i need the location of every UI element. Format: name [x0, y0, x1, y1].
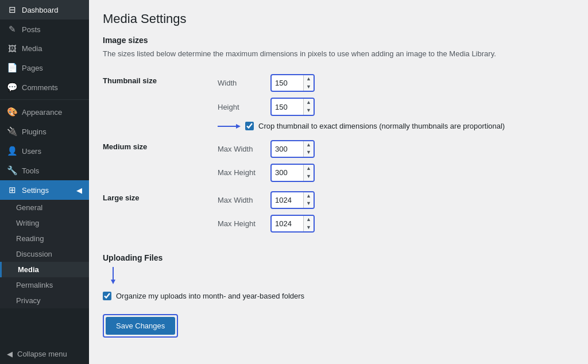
medium-width-decrement[interactable]: ▼ [304, 149, 314, 157]
down-arrow-icon [109, 267, 118, 285]
settings-submenu: General Writing Reading Discussion Media… [0, 200, 89, 308]
users-icon: 👤 [7, 146, 17, 156]
thumbnail-size-row: Thumbnail size Width ▲ ▼ [103, 69, 574, 135]
large-width-spinner: ▲ ▼ [303, 192, 314, 208]
submenu-reading[interactable]: Reading [0, 231, 89, 246]
submenu-general[interactable]: General [0, 200, 89, 215]
thumbnail-height-increment[interactable]: ▲ [304, 99, 314, 107]
organize-uploads-label: Organize my uploads into month- and year… [116, 292, 304, 300]
thumbnail-size-label: Thumbnail size [103, 69, 218, 135]
large-height-label: Max Height [218, 219, 264, 228]
medium-height-input-wrap: ▲ ▼ [270, 164, 315, 181]
large-width-input-wrap: ▲ ▼ [270, 191, 315, 209]
crop-row: Crop thumbnail to exact dimensions (norm… [218, 122, 574, 131]
crop-arrow-icon [218, 122, 241, 131]
large-height-input[interactable] [272, 217, 303, 230]
large-width-row: Max Width ▲ ▼ [218, 191, 574, 209]
sidebar-item-appearance[interactable]: 🎨 Appearance [0, 102, 89, 122]
sidebar-item-media[interactable]: 🖼 Media [0, 39, 89, 58]
sidebar: ⊟ Dashboard ✎ Posts 🖼 Media 📄 Pages 💬 Co… [0, 0, 89, 364]
large-height-decrement[interactable]: ▼ [304, 224, 314, 232]
medium-size-fields: Max Width ▲ ▼ Max Height [218, 135, 574, 187]
large-size-fields: Max Width ▲ ▼ Max Height [218, 187, 574, 238]
large-width-label: Max Width [218, 196, 264, 204]
submenu-media[interactable]: Media [0, 262, 89, 277]
large-width-input[interactable] [272, 193, 303, 207]
medium-size-label: Medium size [103, 135, 218, 187]
uploading-files-title: Uploading Files [103, 253, 574, 262]
thumbnail-height-row: Height ▲ ▼ [218, 98, 574, 115]
comments-icon: 💬 [7, 82, 17, 92]
svg-marker-3 [111, 280, 115, 284]
medium-height-row: Max Height ▲ ▼ [218, 164, 574, 181]
image-sizes-title: Image sizes [103, 36, 574, 45]
thumbnail-size-fields: Width ▲ ▼ Height [218, 69, 574, 135]
sidebar-separator [0, 99, 89, 100]
large-height-increment[interactable]: ▲ [304, 216, 314, 224]
sidebar-item-pages[interactable]: 📄 Pages [0, 58, 89, 78]
large-size-row: Large size Max Width ▲ ▼ [103, 187, 574, 238]
page-title: Media Settings [103, 11, 574, 26]
thumbnail-width-input[interactable] [272, 76, 303, 90]
large-size-label: Large size [103, 187, 218, 238]
appearance-icon: 🎨 [7, 107, 17, 117]
large-width-decrement[interactable]: ▼ [304, 200, 314, 208]
thumbnail-width-increment[interactable]: ▲ [304, 75, 314, 83]
save-changes-section: Save Changes [103, 314, 574, 338]
thumbnail-height-input[interactable] [272, 100, 303, 114]
crop-label: Crop thumbnail to exact dimensions (norm… [258, 122, 505, 130]
posts-icon: ✎ [7, 24, 17, 34]
collapse-icon: ◀ [7, 350, 13, 358]
large-height-input-wrap: ▲ ▼ [270, 215, 315, 233]
sidebar-item-posts[interactable]: ✎ Posts [0, 20, 89, 39]
sidebar-item-settings[interactable]: ⊞ Settings ◀ [0, 180, 89, 200]
uploading-files-section: Uploading Files Organize my uploads into… [103, 253, 574, 300]
tools-icon: 🔧 [7, 165, 17, 176]
thumbnail-height-label: Height [218, 103, 264, 111]
organize-uploads-checkbox[interactable] [103, 292, 111, 300]
thumbnail-width-input-wrap: ▲ ▼ [270, 74, 315, 92]
dashboard-icon: ⊟ [7, 5, 17, 15]
save-changes-button[interactable]: Save Changes [106, 317, 175, 335]
sidebar-item-plugins[interactable]: 🔌 Plugins [0, 122, 89, 141]
image-sizes-section: Image sizes The sizes listed below deter… [103, 36, 574, 237]
sidebar-item-dashboard[interactable]: ⊟ Dashboard [0, 0, 89, 20]
thumbnail-height-spinner: ▲ ▼ [303, 99, 314, 114]
medium-height-increment[interactable]: ▲ [304, 165, 314, 173]
large-height-row: Max Height ▲ ▼ [218, 215, 574, 233]
medium-width-increment[interactable]: ▲ [304, 141, 314, 149]
medium-width-input-wrap: ▲ ▼ [270, 140, 315, 158]
medium-height-input[interactable] [272, 166, 303, 179]
large-field-group: Max Width ▲ ▼ Max Height [218, 191, 574, 233]
settings-arrow-icon: ◀ [76, 186, 82, 195]
medium-width-row: Max Width ▲ ▼ [218, 140, 574, 158]
submenu-writing[interactable]: Writing [0, 215, 89, 231]
sidebar-item-users[interactable]: 👤 Users [0, 141, 89, 161]
thumbnail-width-label: Width [218, 79, 264, 87]
submenu-privacy[interactable]: Privacy [0, 293, 89, 308]
thumbnail-height-decrement[interactable]: ▼ [304, 107, 314, 115]
large-width-increment[interactable]: ▲ [304, 192, 314, 200]
save-button-highlight: Save Changes [103, 314, 178, 338]
thumbnail-width-row: Width ▲ ▼ [218, 74, 574, 92]
pages-icon: 📄 [7, 63, 17, 73]
image-sizes-table: Thumbnail size Width ▲ ▼ [103, 69, 574, 237]
thumbnail-height-input-wrap: ▲ ▼ [270, 98, 315, 115]
media-icon: 🖼 [7, 44, 17, 53]
collapse-menu-button[interactable]: ◀ Collapse menu [0, 344, 89, 364]
thumbnail-width-decrement[interactable]: ▼ [304, 83, 314, 91]
submenu-permalinks[interactable]: Permalinks [0, 277, 89, 293]
medium-height-decrement[interactable]: ▼ [304, 173, 314, 181]
main-content: Media Settings Image sizes The sizes lis… [89, 0, 588, 364]
medium-size-row: Medium size Max Width ▲ ▼ [103, 135, 574, 187]
thumbnail-width-spinner: ▲ ▼ [303, 75, 314, 91]
submenu-discussion[interactable]: Discussion [0, 246, 89, 262]
sidebar-item-comments[interactable]: 💬 Comments [0, 78, 89, 97]
medium-height-spinner: ▲ ▼ [303, 165, 314, 180]
medium-width-input[interactable] [272, 142, 303, 156]
image-sizes-description: The sizes listed below determine the max… [103, 49, 574, 58]
thumbnail-field-group: Width ▲ ▼ Height [218, 74, 574, 116]
sidebar-item-tools[interactable]: 🔧 Tools [0, 161, 89, 180]
crop-checkbox[interactable] [245, 122, 254, 130]
settings-icon: ⊞ [7, 185, 17, 195]
